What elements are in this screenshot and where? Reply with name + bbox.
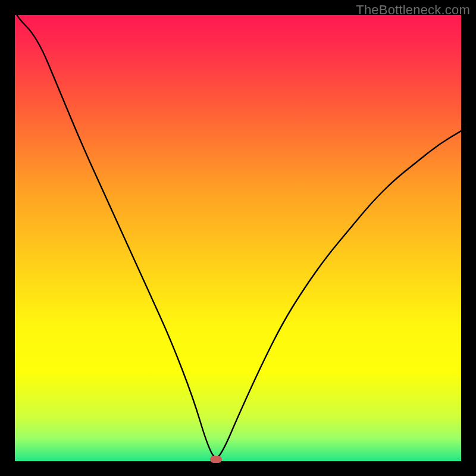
optimal-point-marker bbox=[210, 456, 222, 463]
chart-plot-area bbox=[15, 15, 461, 461]
bottleneck-curve bbox=[15, 15, 461, 461]
chart-frame: TheBottleneck.com bbox=[0, 0, 476, 476]
